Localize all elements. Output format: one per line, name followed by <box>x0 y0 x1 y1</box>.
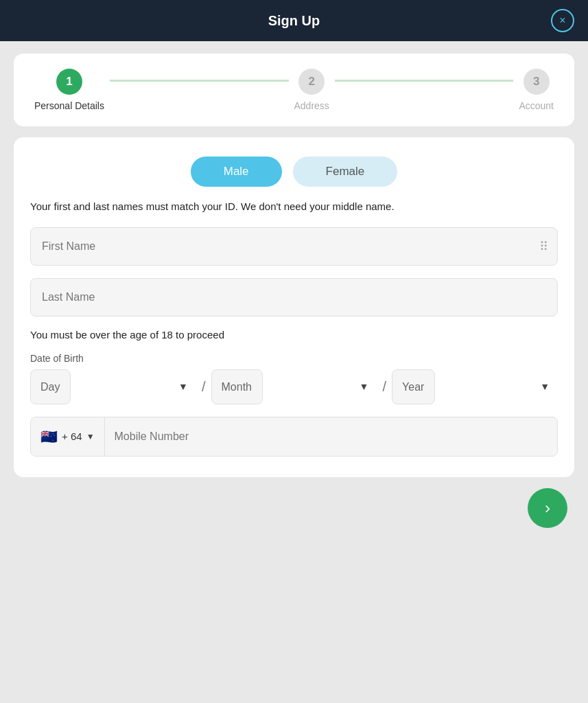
first-name-input[interactable] <box>30 227 558 266</box>
nz-flag-icon: 🇳🇿 <box>40 428 58 445</box>
age-info-text: You must be over the age of 18 to procee… <box>30 329 558 341</box>
year-chevron-icon: ▼ <box>540 381 550 392</box>
step-2-circle: 2 <box>298 69 325 95</box>
female-button[interactable]: Female <box>293 157 398 187</box>
day-select-wrapper: Day ▼ <box>30 369 196 404</box>
dob-row: Day ▼ / Month ▼ / Year ▼ <box>30 369 558 404</box>
male-button[interactable]: Male <box>191 157 282 187</box>
month-select[interactable]: Month <box>211 369 263 404</box>
close-button[interactable]: × <box>551 9 574 32</box>
step-3-label: Account <box>519 100 554 111</box>
slash-2: / <box>382 379 386 395</box>
month-chevron-icon: ▼ <box>360 381 369 392</box>
content-area: 1 Personal Details 2 Address 3 Account M… <box>0 41 588 540</box>
next-button-area: › <box>14 488 574 528</box>
day-chevron-icon: ▼ <box>178 381 188 392</box>
phone-code: + 64 <box>62 430 82 442</box>
phone-row: 🇳🇿 + 64 ▼ <box>30 417 558 457</box>
slash-1: / <box>202 379 206 395</box>
step-1-label: Personal Details <box>34 100 104 111</box>
dob-label: Date of Birth <box>30 353 558 364</box>
step-line-2 <box>335 80 514 82</box>
mobile-number-input[interactable] <box>105 417 557 456</box>
steps-card: 1 Personal Details 2 Address 3 Account <box>14 54 574 126</box>
step-2-label: Address <box>294 100 329 111</box>
header: Sign Up × <box>0 0 588 41</box>
phone-code-chevron-icon: ▼ <box>86 432 95 441</box>
last-name-input[interactable] <box>30 278 558 316</box>
step-3-circle: 3 <box>524 69 550 95</box>
year-select[interactable]: Year <box>392 369 435 404</box>
day-select[interactable]: Day <box>30 369 71 404</box>
step-line-1 <box>110 80 289 82</box>
phone-flag-section[interactable]: 🇳🇿 + 64 ▼ <box>31 417 105 456</box>
month-select-wrapper: Month ▼ <box>211 369 377 404</box>
next-arrow-icon: › <box>545 498 550 518</box>
next-button[interactable]: › <box>528 488 567 528</box>
last-name-wrapper <box>30 278 558 316</box>
year-select-wrapper: Year ▼ <box>392 369 558 404</box>
step-1: 1 Personal Details <box>34 69 104 111</box>
step-3: 3 Account <box>519 69 554 111</box>
keyboard-icon: ⠿ <box>539 239 548 254</box>
page-title: Sign Up <box>268 13 320 29</box>
name-info-text: Your first and last names must match you… <box>30 199 558 215</box>
step-2: 2 Address <box>294 69 329 111</box>
gender-toggle: Male Female <box>30 157 558 187</box>
step-1-circle: 1 <box>56 69 82 95</box>
first-name-wrapper: ⠿ <box>30 227 558 266</box>
form-card: Male Female Your first and last names mu… <box>14 137 574 477</box>
